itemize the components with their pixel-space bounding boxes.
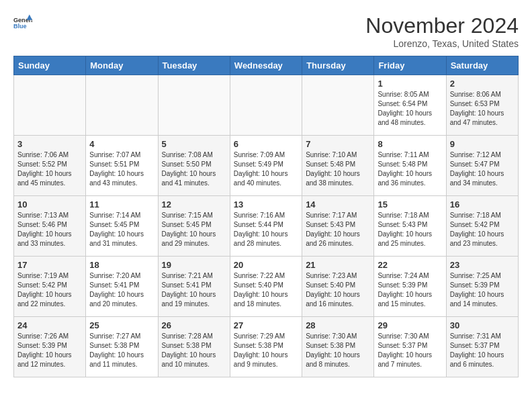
day-info: Sunrise: 7:18 AM Sunset: 5:42 PM Dayligh… (450, 211, 515, 248)
day-info: Sunrise: 7:28 AM Sunset: 5:38 PM Dayligh… (162, 332, 226, 369)
weekday-header-thursday: Thursday (302, 56, 374, 75)
day-info: Sunrise: 7:16 AM Sunset: 5:44 PM Dayligh… (234, 211, 298, 248)
day-number: 14 (306, 199, 370, 210)
day-info: Sunrise: 7:12 AM Sunset: 5:47 PM Dayligh… (450, 150, 515, 188)
calendar-day-6: 6Sunrise: 7:09 AM Sunset: 5:49 PM Daylig… (230, 136, 302, 196)
calendar-day-11: 11Sunrise: 7:14 AM Sunset: 5:45 PM Dayli… (86, 196, 158, 257)
day-info: Sunrise: 7:24 AM Sunset: 5:39 PM Dayligh… (378, 271, 442, 309)
day-number: 30 (450, 320, 515, 330)
day-number: 2 (450, 79, 515, 89)
empty-cell (302, 75, 374, 136)
calendar-day-23: 23Sunrise: 7:25 AM Sunset: 5:39 PM Dayli… (446, 257, 518, 317)
month-title: November 2024 (365, 13, 519, 38)
day-info: Sunrise: 7:15 AM Sunset: 5:45 PM Dayligh… (162, 211, 226, 248)
logo: General Blue (13, 13, 32, 32)
day-info: Sunrise: 7:26 AM Sunset: 5:39 PM Dayligh… (17, 332, 82, 369)
calendar-day-14: 14Sunrise: 7:17 AM Sunset: 5:43 PM Dayli… (302, 196, 374, 257)
weekday-header-friday: Friday (374, 56, 446, 75)
day-info: Sunrise: 7:07 AM Sunset: 5:51 PM Dayligh… (89, 150, 154, 188)
calendar-day-7: 7Sunrise: 7:10 AM Sunset: 5:48 PM Daylig… (302, 136, 374, 196)
day-info: Sunrise: 7:19 AM Sunset: 5:42 PM Dayligh… (17, 271, 82, 309)
day-number: 25 (89, 320, 154, 330)
day-info: Sunrise: 8:06 AM Sunset: 6:53 PM Dayligh… (450, 90, 515, 128)
day-info: Sunrise: 7:30 AM Sunset: 5:37 PM Dayligh… (378, 332, 442, 369)
calendar-day-10: 10Sunrise: 7:13 AM Sunset: 5:46 PM Dayli… (14, 196, 86, 257)
calendar-day-2: 2Sunrise: 8:06 AM Sunset: 6:53 PM Daylig… (446, 75, 518, 136)
calendar-day-30: 30Sunrise: 7:31 AM Sunset: 5:37 PM Dayli… (446, 317, 518, 377)
calendar-day-1: 1Sunrise: 8:05 AM Sunset: 6:54 PM Daylig… (374, 75, 446, 136)
day-number: 7 (306, 139, 370, 149)
calendar-day-13: 13Sunrise: 7:16 AM Sunset: 5:44 PM Dayli… (230, 196, 302, 257)
day-number: 6 (234, 139, 298, 149)
calendar-day-5: 5Sunrise: 7:08 AM Sunset: 5:50 PM Daylig… (158, 136, 230, 196)
day-number: 5 (162, 139, 226, 149)
day-info: Sunrise: 7:18 AM Sunset: 5:43 PM Dayligh… (378, 211, 442, 248)
day-number: 1 (378, 79, 442, 89)
day-number: 4 (89, 139, 154, 149)
weekday-header-row: SundayMondayTuesdayWednesdayThursdayFrid… (14, 56, 519, 75)
day-info: Sunrise: 7:08 AM Sunset: 5:50 PM Dayligh… (162, 150, 226, 188)
day-number: 19 (162, 260, 226, 270)
calendar-day-26: 26Sunrise: 7:28 AM Sunset: 5:38 PM Dayli… (158, 317, 230, 377)
weekday-header-monday: Monday (86, 56, 158, 75)
day-info: Sunrise: 7:30 AM Sunset: 5:38 PM Dayligh… (306, 332, 370, 369)
day-number: 8 (378, 139, 442, 149)
day-info: Sunrise: 7:20 AM Sunset: 5:41 PM Dayligh… (89, 271, 154, 309)
day-info: Sunrise: 7:31 AM Sunset: 5:37 PM Dayligh… (450, 332, 515, 369)
day-number: 26 (162, 320, 226, 330)
day-info: Sunrise: 7:13 AM Sunset: 5:46 PM Dayligh… (17, 211, 82, 248)
calendar-day-22: 22Sunrise: 7:24 AM Sunset: 5:39 PM Dayli… (374, 257, 446, 317)
day-info: Sunrise: 7:23 AM Sunset: 5:40 PM Dayligh… (306, 271, 370, 309)
calendar-week-2: 3Sunrise: 7:06 AM Sunset: 5:52 PM Daylig… (14, 136, 519, 196)
calendar-day-15: 15Sunrise: 7:18 AM Sunset: 5:43 PM Dayli… (374, 196, 446, 257)
day-number: 3 (17, 139, 82, 149)
location: Lorenzo, Texas, United States (365, 38, 519, 49)
day-info: Sunrise: 7:10 AM Sunset: 5:48 PM Dayligh… (306, 150, 370, 188)
weekday-header-saturday: Saturday (446, 56, 518, 75)
calendar-day-28: 28Sunrise: 7:30 AM Sunset: 5:38 PM Dayli… (302, 317, 374, 377)
day-number: 20 (234, 260, 298, 270)
day-info: Sunrise: 7:25 AM Sunset: 5:39 PM Dayligh… (450, 271, 515, 309)
day-number: 21 (306, 260, 370, 270)
day-info: Sunrise: 7:17 AM Sunset: 5:43 PM Dayligh… (306, 211, 370, 248)
day-number: 22 (378, 260, 442, 270)
empty-cell (158, 75, 230, 136)
day-number: 11 (89, 199, 154, 210)
calendar-week-3: 10Sunrise: 7:13 AM Sunset: 5:46 PM Dayli… (14, 196, 519, 257)
day-number: 27 (234, 320, 298, 330)
day-number: 28 (306, 320, 370, 330)
calendar-day-25: 25Sunrise: 7:27 AM Sunset: 5:38 PM Dayli… (86, 317, 158, 377)
day-number: 10 (17, 199, 82, 210)
day-info: Sunrise: 7:09 AM Sunset: 5:49 PM Dayligh… (234, 150, 298, 188)
logo-icon: General Blue (13, 13, 32, 32)
calendar-day-21: 21Sunrise: 7:23 AM Sunset: 5:40 PM Dayli… (302, 257, 374, 317)
empty-cell (14, 75, 86, 136)
weekday-header-wednesday: Wednesday (230, 56, 302, 75)
weekday-header-tuesday: Tuesday (158, 56, 230, 75)
day-number: 17 (17, 260, 82, 270)
day-number: 12 (162, 199, 226, 210)
day-number: 15 (378, 199, 442, 210)
svg-text:Blue: Blue (13, 23, 27, 30)
day-number: 24 (17, 320, 82, 330)
day-number: 16 (450, 199, 515, 210)
calendar-day-8: 8Sunrise: 7:11 AM Sunset: 5:48 PM Daylig… (374, 136, 446, 196)
title-block: November 2024 Lorenzo, Texas, United Sta… (365, 13, 519, 49)
day-info: Sunrise: 7:14 AM Sunset: 5:45 PM Dayligh… (89, 211, 154, 248)
calendar-day-16: 16Sunrise: 7:18 AM Sunset: 5:42 PM Dayli… (446, 196, 518, 257)
day-number: 13 (234, 199, 298, 210)
calendar-day-20: 20Sunrise: 7:22 AM Sunset: 5:40 PM Dayli… (230, 257, 302, 317)
calendar-day-9: 9Sunrise: 7:12 AM Sunset: 5:47 PM Daylig… (446, 136, 518, 196)
calendar-day-17: 17Sunrise: 7:19 AM Sunset: 5:42 PM Dayli… (14, 257, 86, 317)
day-info: Sunrise: 8:05 AM Sunset: 6:54 PM Dayligh… (378, 90, 442, 128)
day-info: Sunrise: 7:21 AM Sunset: 5:41 PM Dayligh… (162, 271, 226, 309)
calendar-day-12: 12Sunrise: 7:15 AM Sunset: 5:45 PM Dayli… (158, 196, 230, 257)
day-number: 9 (450, 139, 515, 149)
day-info: Sunrise: 7:22 AM Sunset: 5:40 PM Dayligh… (234, 271, 298, 309)
calendar-day-29: 29Sunrise: 7:30 AM Sunset: 5:37 PM Dayli… (374, 317, 446, 377)
calendar-week-1: 1Sunrise: 8:05 AM Sunset: 6:54 PM Daylig… (14, 75, 519, 136)
calendar-day-19: 19Sunrise: 7:21 AM Sunset: 5:41 PM Dayli… (158, 257, 230, 317)
day-number: 18 (89, 260, 154, 270)
calendar-week-4: 17Sunrise: 7:19 AM Sunset: 5:42 PM Dayli… (14, 257, 519, 317)
day-info: Sunrise: 7:11 AM Sunset: 5:48 PM Dayligh… (378, 150, 442, 188)
